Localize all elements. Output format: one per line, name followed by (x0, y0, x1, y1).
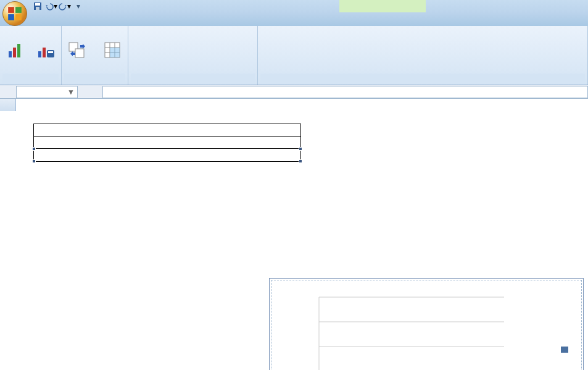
group-style-label (260, 74, 585, 83)
selection-handle-bl[interactable] (32, 159, 36, 163)
svg-rect-9 (17, 44, 20, 57)
svg-rect-15 (75, 49, 84, 57)
switch-row-col-button[interactable] (62, 29, 94, 72)
group-layout-label (131, 74, 255, 83)
selection-handle-br[interactable] (299, 159, 302, 163)
change-chart-type-button[interactable] (2, 29, 30, 72)
data-table (33, 124, 301, 162)
selection-handle-tr[interactable] (299, 147, 302, 151)
svg-rect-13 (48, 51, 53, 53)
name-box[interactable]: ▼ (16, 86, 78, 98)
svg-rect-5 (35, 3, 40, 6)
svg-rect-11 (43, 48, 46, 57)
save-icon[interactable] (31, 1, 44, 12)
svg-rect-21 (110, 48, 120, 57)
table-title (34, 124, 300, 137)
svg-rect-1 (15, 7, 22, 13)
svg-rect-3 (15, 14, 22, 20)
select-data-button[interactable] (96, 29, 128, 72)
svg-rect-10 (38, 51, 41, 57)
undo-icon[interactable]: ▾ (44, 1, 58, 12)
svg-rect-8 (13, 48, 16, 57)
selection-handle-tl[interactable] (32, 147, 36, 151)
group-type-label (2, 74, 59, 83)
qat-more-icon[interactable]: ▾ (72, 1, 85, 12)
embedded-chart[interactable] (269, 278, 584, 370)
select-all-corner[interactable] (0, 99, 16, 111)
svg-rect-12 (47, 50, 54, 57)
save-template-button[interactable] (32, 29, 59, 72)
svg-rect-7 (9, 51, 12, 57)
office-button[interactable] (2, 1, 27, 26)
formula-bar-input[interactable] (102, 86, 588, 98)
chart-tools-title (339, 0, 426, 12)
legend-swatch (561, 347, 568, 353)
svg-rect-6 (36, 7, 39, 10)
redo-icon[interactable]: ▾ (58, 1, 72, 12)
svg-rect-0 (8, 7, 14, 13)
name-box-dropdown-icon[interactable]: ▼ (67, 88, 75, 96)
group-data-label (64, 74, 125, 83)
chart-legend (561, 347, 571, 353)
chart-plot-area (294, 291, 523, 370)
svg-rect-2 (8, 14, 14, 20)
